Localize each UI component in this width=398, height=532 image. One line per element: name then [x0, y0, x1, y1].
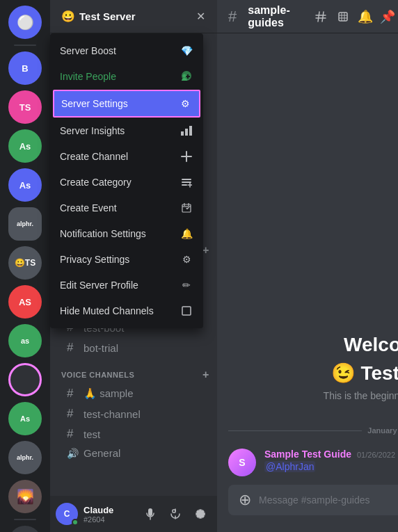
channel-item-bot-trial[interactable]: # bot-trial [56, 338, 212, 357]
chat-topbar: # sample-guides 🔔 📌 👥 🔍 [217, 0, 398, 33]
date-text: January 26, 2022 [367, 426, 398, 435]
message-input[interactable] [259, 494, 398, 506]
server-icon-as3[interactable]: AS [8, 285, 42, 319]
insights-icon [180, 124, 193, 138]
welcome-title: Welcome to [344, 334, 398, 356]
server-emoji: 😀 [61, 10, 75, 23]
menu-item-hide-muted-channels[interactable]: Hide Muted Channels [53, 298, 200, 323]
context-menu: Server Boost 💎 Invite People Server Sett… [50, 33, 203, 328]
chat-area: # sample-guides 🔔 📌 👥 🔍 [217, 0, 398, 532]
channel-item-test[interactable]: # test [56, 424, 212, 444]
welcome-subtitle: This is the beginning of this server. [324, 390, 398, 401]
add-server-button[interactable]: + [8, 526, 42, 532]
user-tag: #2604 [83, 515, 134, 524]
menu-item-server-insights[interactable]: Server Insights [53, 118, 200, 143]
message-item: S Sample Test Guide 01/26/2022 @AlphrJan [228, 446, 398, 479]
menu-item-invite-people[interactable]: Invite People [53, 64, 200, 89]
server-icon-photo[interactable]: 🌄 [8, 480, 42, 513]
channel-item-sample[interactable]: # 🙏 sample [56, 384, 212, 403]
menu-item-server-boost[interactable]: Server Boost 💎 [53, 38, 200, 63]
server-title: Test Server [79, 10, 195, 22]
settings-icon: ⚙ [178, 97, 192, 111]
svg-rect-1 [181, 131, 184, 136]
channel-name: test-channel [83, 408, 141, 420]
server-icon-ts[interactable]: TS [8, 90, 42, 124]
mute-button[interactable] [139, 503, 161, 525]
voice-category-label: VOICE CHANNELS [61, 371, 200, 379]
date-divider: January 26, 2022 [228, 415, 398, 446]
menu-item-create-channel[interactable]: Create Channel [53, 144, 200, 169]
server-icon-alphr2[interactable]: alphr. [8, 441, 42, 474]
chat-content: Welcome to 😉 Test Server This is the beg… [217, 33, 398, 485]
user-avatar[interactable]: C [56, 503, 78, 525]
server-icon-as4[interactable]: as [8, 324, 42, 357]
deafen-button[interactable] [164, 503, 186, 525]
boost-icon: 💎 [180, 44, 193, 58]
message-header: Sample Test Guide 01/26/2022 [264, 449, 398, 460]
channel-item-test-channel[interactable]: # test-channel [56, 404, 212, 424]
server-sidebar: ⚪ B TS As As alphr. 😀TS AS as As alphr. … [0, 0, 50, 532]
create-category-icon [180, 175, 193, 189]
menu-item-edit-server-profile[interactable]: Edit Server Profile ✏ [53, 273, 200, 298]
sidebar-divider [14, 45, 36, 46]
server-icon-circle[interactable] [8, 363, 42, 396]
circle-icon-inner [13, 367, 38, 392]
topbar-hash-icon: # [228, 8, 237, 26]
checkbox-icon [180, 304, 193, 318]
bell-icon[interactable]: 🔔 [357, 8, 374, 25]
main-area: 😀 Test Server ✕ Server Boost 💎 Invite Pe… [50, 0, 398, 532]
svg-rect-4 [182, 179, 191, 180]
hashtag-icon[interactable] [335, 8, 351, 25]
sidebar-divider-2 [14, 519, 36, 520]
channel-sidebar: 😀 Test Server ✕ Server Boost 💎 Invite Pe… [50, 0, 217, 532]
hash-tag-icon[interactable] [312, 8, 329, 25]
channel-name: General [83, 447, 120, 459]
edit-icon: ✏ [180, 278, 193, 292]
voice-channels-category[interactable]: VOICE CHANNELS + [50, 358, 217, 383]
channel-hash-icon: # [67, 387, 79, 401]
server-icon-as5[interactable]: As [8, 402, 42, 435]
channel-hash-icon: # [67, 407, 79, 421]
settings-button[interactable] [189, 503, 212, 525]
server-icon-alphr1[interactable]: alphr. [8, 207, 42, 241]
server-icon-alphts[interactable]: 😀TS [8, 246, 42, 280]
server-icon-as1[interactable]: As [8, 129, 42, 163]
invite-icon [180, 70, 193, 83]
menu-item-notification-settings[interactable]: Notification Settings 🔔 [53, 221, 200, 246]
channel-hash-icon: # [67, 427, 79, 441]
svg-rect-3 [189, 126, 192, 136]
user-info: Claude #2604 [83, 505, 134, 524]
chat-input-box: ⊕ 🎁 GIF 🗒 😊 [228, 485, 398, 515]
channel-name: test [83, 428, 100, 440]
user-status-indicator [72, 519, 79, 526]
channel-name: 🙏 sample [83, 387, 134, 400]
add-attachment-button[interactable]: ⊕ [237, 492, 253, 508]
discord-home-icon[interactable]: ⚪ [8, 6, 42, 39]
pin-icon[interactable]: 📌 [379, 8, 396, 25]
message-author: Sample Test Guide [264, 449, 351, 460]
user-name: Claude [83, 505, 134, 515]
welcome-server-name: 😉 Test Server [331, 362, 398, 385]
channel-item-general-voice[interactable]: 🔊 General [56, 444, 212, 462]
create-event-icon [180, 201, 193, 215]
message-text: @AlphrJan [264, 461, 398, 472]
server-header[interactable]: 😀 Test Server ✕ [50, 0, 217, 33]
svg-point-0 [183, 74, 186, 78]
svg-rect-12 [339, 13, 347, 21]
user-panel: C Claude #2604 [50, 496, 217, 532]
discord-logo: ⚪ [17, 14, 34, 31]
svg-rect-6 [182, 184, 187, 186]
add-voice-channel-button[interactable]: + [200, 369, 212, 380]
divider-line-left [228, 430, 362, 431]
server-icon-b[interactable]: B [8, 51, 42, 85]
menu-item-privacy-settings[interactable]: Privacy Settings ⚙ [53, 247, 200, 272]
menu-item-create-event[interactable]: Create Event [53, 195, 200, 220]
header-close-button[interactable]: ✕ [195, 11, 206, 22]
server-icon-as2[interactable]: As [8, 168, 42, 202]
channel-hash-icon: # [67, 341, 79, 355]
menu-item-create-category[interactable]: Create Category [53, 170, 200, 195]
notification-icon: 🔔 [180, 227, 193, 241]
message-timestamp: 01/26/2022 [357, 451, 395, 459]
menu-item-server-settings[interactable]: Server Settings ⚙ [53, 90, 200, 118]
create-channel-icon [180, 150, 193, 163]
